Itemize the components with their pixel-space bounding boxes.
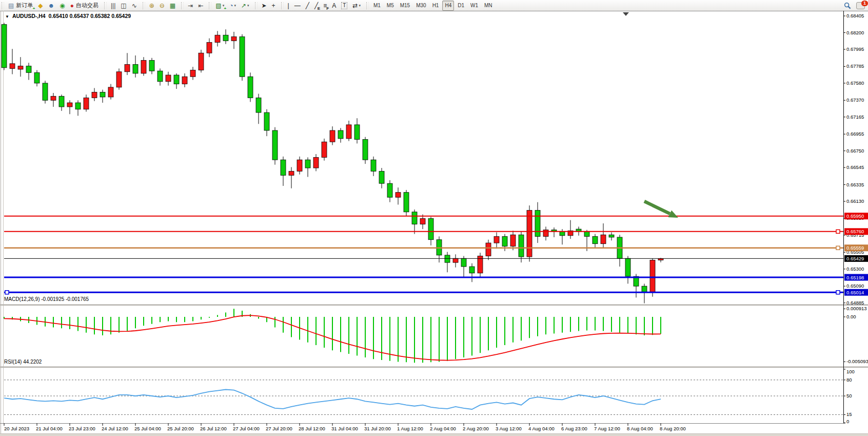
candle-body-up[interactable] xyxy=(346,125,351,139)
toolbar-autotrading-icon[interactable]: ●自动交易 xyxy=(68,1,101,11)
toolbar-market-watch-icon[interactable]: ☻ xyxy=(46,1,57,11)
candle-body-up[interactable] xyxy=(510,235,516,246)
candle-body-up[interactable] xyxy=(141,61,146,73)
one-click-trading-toggle-icon[interactable]: ▼ xyxy=(5,14,9,19)
toolbar-auto-scroll-icon[interactable]: ⇥ xyxy=(186,1,195,11)
candle-body-up[interactable] xyxy=(453,258,458,262)
candle-body-up[interactable] xyxy=(297,160,302,171)
candle-body-down[interactable] xyxy=(133,64,138,73)
candle-body-down[interactable] xyxy=(34,72,40,83)
candle-body-up[interactable] xyxy=(116,72,122,87)
toolbar-trendline-tool-icon[interactable]: ╱ xyxy=(304,1,311,11)
candle-body-up[interactable] xyxy=(10,64,15,69)
toolbar-cursor-icon[interactable]: ➤ xyxy=(260,1,269,11)
candle-body-up[interactable] xyxy=(199,53,204,70)
candle-body-down[interactable] xyxy=(502,236,507,246)
candle-body-down[interactable] xyxy=(609,235,614,237)
candle-body-up[interactable] xyxy=(330,130,335,142)
candle-body-up[interactable] xyxy=(67,103,72,107)
toolbar-periods-icon[interactable]: ◔▾ xyxy=(227,1,238,11)
candle-body-up[interactable] xyxy=(231,36,236,41)
line-handle[interactable] xyxy=(836,246,840,250)
toolbar-tf-h1-button[interactable]: H1 xyxy=(430,1,442,11)
candle-body-down[interactable] xyxy=(100,92,105,97)
toolbar-tf-h4-button[interactable]: H4 xyxy=(442,1,454,11)
candle-body-down[interactable] xyxy=(354,125,360,140)
toolbar-tf-m30-button[interactable]: M30 xyxy=(413,1,428,11)
candle-body-down[interactable] xyxy=(2,25,7,68)
candle-body-up[interactable] xyxy=(92,92,97,98)
candle-body-up[interactable] xyxy=(527,211,532,257)
toolbar-chart-style-icon[interactable]: ◆ xyxy=(36,1,45,11)
pane-separator-macd[interactable] xyxy=(0,305,868,306)
candle-body-up[interactable] xyxy=(108,87,113,97)
candle-body-down[interactable] xyxy=(157,71,163,82)
candle-body-up[interactable] xyxy=(650,260,655,292)
candle-body-up[interactable] xyxy=(84,98,89,109)
candle-body-down[interactable] xyxy=(305,160,310,168)
candle-body-up[interactable] xyxy=(494,236,499,243)
toolbar-crosshair-icon[interactable]: + xyxy=(270,1,278,11)
toolbar-text-tool-icon[interactable]: A xyxy=(330,1,338,11)
candle-body-down[interactable] xyxy=(272,130,278,160)
toolbar-tf-d1-button[interactable]: D1 xyxy=(455,1,467,11)
candle-body-down[interactable] xyxy=(281,160,286,175)
candle-body-up[interactable] xyxy=(543,230,548,237)
candle-body-down[interactable] xyxy=(59,96,64,107)
candle-body-down[interactable] xyxy=(363,139,368,160)
toolbar-chart-shift-icon[interactable]: ⇤ xyxy=(196,1,205,11)
candle-body-down[interactable] xyxy=(387,183,392,197)
candle-body-down[interactable] xyxy=(412,212,417,224)
candle-body-down[interactable] xyxy=(535,211,540,237)
candle-body-down[interactable] xyxy=(223,35,228,41)
toolbar-line-chart-mode-icon[interactable]: ∿ xyxy=(130,1,139,11)
candle-body-down[interactable] xyxy=(43,83,48,100)
candle-body-down[interactable] xyxy=(560,232,565,236)
toolbar-candlestick-mode-icon[interactable]: ◫ xyxy=(119,1,128,11)
candle-body-up[interactable] xyxy=(486,243,491,256)
candle-body-up[interactable] xyxy=(420,218,425,224)
line-handle[interactable] xyxy=(836,230,840,233)
toolbar-bar-chart-mode-icon[interactable]: ||| xyxy=(109,1,117,11)
toolbar-tf-m15-button[interactable]: M15 xyxy=(398,1,412,11)
candle-body-up[interactable] xyxy=(18,66,23,69)
line-handle[interactable] xyxy=(836,291,840,294)
candle-body-down[interactable] xyxy=(519,235,524,257)
line-handle[interactable] xyxy=(5,291,9,294)
candle-body-up[interactable] xyxy=(51,96,56,100)
candle-body-up[interactable] xyxy=(166,75,171,82)
toolbar-tf-m1-button[interactable]: M1 xyxy=(371,1,383,11)
arrow-annotation[interactable] xyxy=(644,201,670,214)
candle-body-up[interactable] xyxy=(601,235,606,243)
candle-body-down[interactable] xyxy=(625,258,630,276)
horizontal-scrollbar[interactable] xyxy=(0,433,868,436)
candle-body-down[interactable] xyxy=(248,77,253,98)
candle-body-down[interactable] xyxy=(379,171,384,183)
candle-body-down[interactable] xyxy=(593,236,598,243)
toolbar-tf-mn-button[interactable]: MN xyxy=(482,1,495,11)
toolbar-tile-windows-icon[interactable]: ▦ xyxy=(168,1,177,11)
candle-body-up[interactable] xyxy=(190,70,195,77)
pane-separator-rsi[interactable] xyxy=(0,367,868,368)
toolbar-tf-w1-button[interactable]: W1 xyxy=(468,1,481,11)
candle-body-up[interactable] xyxy=(182,77,187,84)
candle-body-down[interactable] xyxy=(256,98,261,113)
toolbar-equidistant-channel-tool-icon[interactable]: ╱E xyxy=(312,1,320,11)
candle-body-down[interactable] xyxy=(428,218,433,239)
candle-body-down[interactable] xyxy=(338,130,343,139)
toolbar-zoom-in-icon[interactable]: ⊕ xyxy=(147,1,156,11)
toolbar-tf-m5-button[interactable]: M5 xyxy=(384,1,397,11)
candle-body-down[interactable] xyxy=(264,112,269,130)
toolbar-vertical-line-tool-icon[interactable]: | xyxy=(286,1,291,11)
candle-body-down[interactable] xyxy=(26,66,31,73)
candle-body-down[interactable] xyxy=(469,267,475,273)
toolbar-fibonacci-tool-icon[interactable]: ≡F xyxy=(321,1,329,11)
toolbar-text-label-tool-icon[interactable]: T xyxy=(339,1,349,11)
notifications-icon[interactable]: 1 xyxy=(856,2,865,9)
toolbar-arrows-tool-icon[interactable]: ⇄▾ xyxy=(350,1,363,11)
candle-body-down[interactable] xyxy=(584,232,589,237)
chart-area[interactable]: 0.684050.682000.679950.677850.675800.673… xyxy=(0,11,868,436)
candle-body-down[interactable] xyxy=(240,36,245,77)
toolbar-indicators-list-icon[interactable]: ↗▾ xyxy=(239,1,251,11)
candle-body-down[interactable] xyxy=(371,160,376,171)
